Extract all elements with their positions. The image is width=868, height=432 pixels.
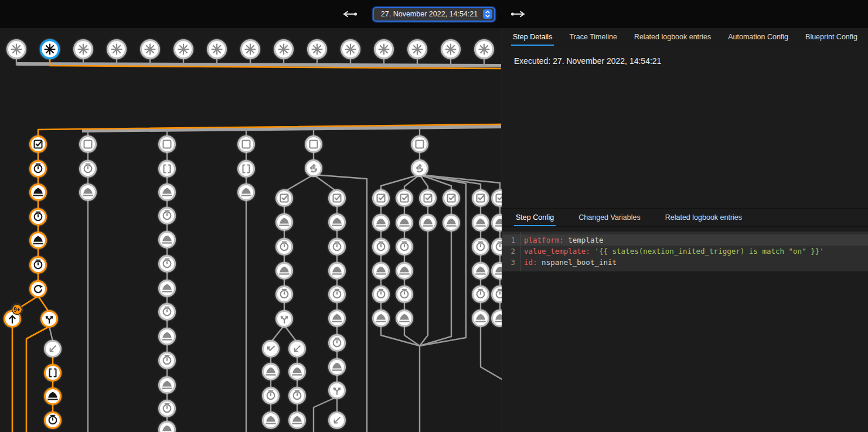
trace-node-frk[interactable] xyxy=(329,383,345,399)
trace-node-srv[interactable] xyxy=(473,311,489,326)
tab-related-logbook-entries[interactable]: Related logbook entries xyxy=(663,209,744,226)
trace-node-srv[interactable] xyxy=(492,311,502,326)
trace-node-tmr[interactable] xyxy=(473,239,489,255)
trace-node-tmr[interactable] xyxy=(277,239,292,255)
trace-node-srv[interactable] xyxy=(397,311,413,326)
trace-node-frk[interactable] xyxy=(277,311,292,327)
trace-node-tmr[interactable] xyxy=(290,388,305,404)
trace-node-tmr[interactable] xyxy=(277,287,292,302)
trace-node-chk[interactable] xyxy=(329,191,345,206)
trace-node-srv[interactable] xyxy=(277,215,292,230)
trace-node-ast[interactable] xyxy=(8,40,26,59)
trace-node-tmr[interactable] xyxy=(373,239,389,255)
trace-node-chk[interactable] xyxy=(30,137,46,152)
trace-node-srv[interactable] xyxy=(290,413,305,428)
trace-node-ast[interactable] xyxy=(442,40,460,59)
trace-node-tmr[interactable] xyxy=(159,353,175,369)
trace-node-tmr[interactable] xyxy=(45,413,61,428)
trace-node-chk[interactable] xyxy=(277,191,292,206)
trace-node-brk[interactable] xyxy=(159,161,175,177)
tab-step-config[interactable]: Step Config xyxy=(514,209,556,226)
trace-node-brk[interactable] xyxy=(45,365,61,381)
trace-node-srv[interactable] xyxy=(329,359,345,375)
trace-node-tmr[interactable] xyxy=(159,208,175,224)
trace-node-srv[interactable] xyxy=(159,422,175,432)
trace-node-srv[interactable] xyxy=(45,389,61,404)
trace-node-ast[interactable] xyxy=(475,40,493,59)
trace-node-srv[interactable] xyxy=(80,185,96,200)
trace-node-tmr[interactable] xyxy=(80,161,96,177)
trace-node-ref[interactable] xyxy=(30,281,46,297)
trace-node-tmr[interactable] xyxy=(159,256,175,272)
trace-node-ast[interactable] xyxy=(74,40,93,59)
trace-node-ast[interactable] xyxy=(108,40,126,59)
trace-node-srv[interactable] xyxy=(473,215,489,231)
trace-node-sq[interactable] xyxy=(412,137,428,152)
trace-node-sq[interactable] xyxy=(80,137,96,152)
trace-node-srv[interactable] xyxy=(263,364,279,380)
trace-node-srv[interactable] xyxy=(373,263,389,279)
tab-trace-timeline[interactable]: Trace Timeline xyxy=(567,28,619,46)
trace-node-srv[interactable] xyxy=(329,215,345,230)
trace-node-ast[interactable] xyxy=(41,40,59,59)
trace-node-chk[interactable] xyxy=(373,191,389,206)
trace-node-ast[interactable] xyxy=(342,40,360,59)
trace-node-srv[interactable] xyxy=(397,215,413,231)
trace-node-tmr[interactable] xyxy=(159,401,175,417)
trace-node-srv[interactable] xyxy=(373,311,389,326)
trace-node-srv[interactable] xyxy=(239,185,254,200)
trace-node-srv[interactable] xyxy=(329,311,345,326)
trace-node-tmr[interactable] xyxy=(397,239,413,255)
trace-node-tmr[interactable] xyxy=(492,287,502,302)
tab-step-details[interactable]: Step Details xyxy=(511,28,554,46)
trace-node-ast[interactable] xyxy=(141,40,159,59)
trace-node-tmr[interactable] xyxy=(329,239,345,255)
trace-node-srv[interactable] xyxy=(159,281,175,297)
tab-related-logbook-entries[interactable]: Related logbook entries xyxy=(632,28,713,46)
trace-node-sq[interactable] xyxy=(239,137,254,152)
trace-node-srv[interactable] xyxy=(159,232,175,248)
trace-node-chk[interactable] xyxy=(420,191,436,206)
trace-graph[interactable]: 9+ xyxy=(0,28,502,432)
yaml-code-editor[interactable]: 1platform: template2value_template: '{{ … xyxy=(502,232,868,271)
tab-changed-variables[interactable]: Changed Variables xyxy=(577,209,642,226)
trace-node-srv[interactable] xyxy=(492,215,502,231)
trace-node-ast[interactable] xyxy=(275,40,293,59)
trace-node-chk[interactable] xyxy=(397,191,413,206)
next-run-button[interactable] xyxy=(508,8,529,20)
trace-node-tmr[interactable] xyxy=(30,209,46,225)
trace-graph-area[interactable]: 9+ xyxy=(0,28,502,432)
trace-node-tmr[interactable] xyxy=(397,287,413,302)
trace-node-tmr[interactable] xyxy=(329,287,345,302)
trace-node-dec[interactable] xyxy=(306,161,322,176)
trace-node-srv[interactable] xyxy=(159,329,175,345)
trace-node-srv[interactable] xyxy=(159,185,175,200)
trace-node-dec[interactable] xyxy=(412,161,428,176)
trace-node-tmr[interactable] xyxy=(473,287,489,302)
trace-node-tmr[interactable] xyxy=(159,304,175,320)
trace-node-ast[interactable] xyxy=(308,40,326,59)
trace-node-tmr[interactable] xyxy=(263,388,279,404)
trace-node-dl[interactable] xyxy=(329,413,345,428)
trace-node-srv[interactable] xyxy=(30,185,46,200)
trace-node-chkarw[interactable] xyxy=(263,341,279,357)
trace-node-ast[interactable] xyxy=(241,40,260,59)
trace-node-frk[interactable] xyxy=(42,311,57,327)
trace-node-srv[interactable] xyxy=(263,413,279,428)
trace-node-srv[interactable] xyxy=(473,263,489,279)
tab-blueprint-config[interactable]: Blueprint Config xyxy=(804,28,859,46)
run-select[interactable]: 27. November 2022, 14:54:21 xyxy=(373,7,495,22)
trace-node-ast[interactable] xyxy=(375,40,393,59)
trace-node-chk[interactable] xyxy=(492,191,502,206)
trace-node-tmr[interactable] xyxy=(30,257,46,273)
trace-node-chk[interactable] xyxy=(444,191,459,206)
trace-node-tmr[interactable] xyxy=(492,239,502,255)
trace-node-sq[interactable] xyxy=(159,137,175,152)
trace-node-dl[interactable] xyxy=(45,341,61,357)
trace-node-up[interactable]: 9+ xyxy=(5,305,22,327)
trace-node-srv[interactable] xyxy=(420,215,436,231)
previous-run-button[interactable] xyxy=(339,8,360,20)
trace-node-ast[interactable] xyxy=(175,40,193,59)
trace-node-srv[interactable] xyxy=(492,263,502,279)
trace-node-srv[interactable] xyxy=(290,364,305,380)
